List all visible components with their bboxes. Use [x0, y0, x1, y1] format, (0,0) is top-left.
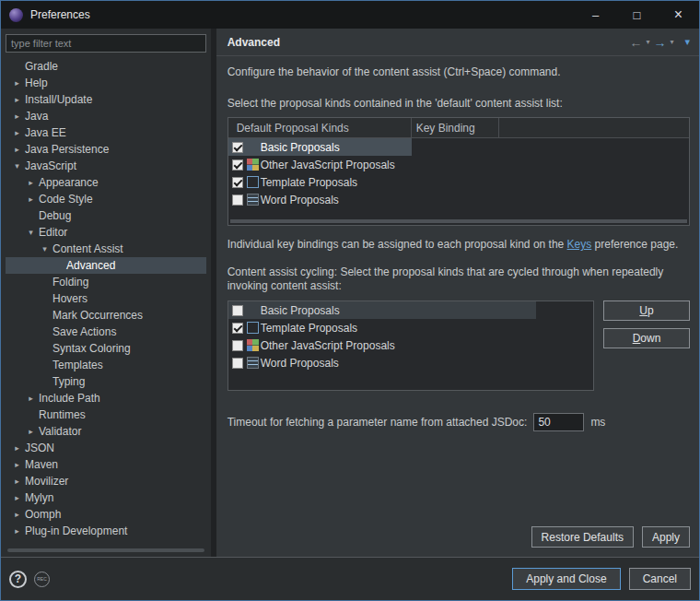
- collapsed-chevron-icon[interactable]: ▸: [11, 145, 23, 154]
- back-icon[interactable]: ←: [629, 36, 642, 49]
- tree-item-movilizer[interactable]: ▸Movilizer: [6, 473, 206, 489]
- window-controls: – □ ×: [575, 1, 699, 29]
- tree-item-gradle[interactable]: Gradle: [6, 58, 206, 75]
- tree-item-install-update[interactable]: ▸Install/Update: [6, 91, 206, 108]
- proposal-row-template-proposals[interactable]: Template Proposals: [228, 173, 689, 191]
- tree-item-label: Maven: [23, 458, 58, 471]
- collapsed-chevron-icon[interactable]: ▸: [11, 526, 23, 536]
- proposal-row-basic-proposals[interactable]: Basic Proposals: [228, 138, 689, 156]
- tree-item-runtimes[interactable]: Runtimes: [6, 407, 206, 423]
- column-header-key-binding[interactable]: Key Binding: [411, 122, 475, 135]
- column-header-proposal-kinds[interactable]: Default Proposal Kinds: [228, 122, 411, 135]
- default-proposals-table: Default Proposal Kinds Key Binding Basic…: [228, 117, 690, 226]
- checkbox-checked[interactable]: [232, 177, 243, 188]
- tree-item-typing[interactable]: Typing: [6, 373, 206, 390]
- default-proposals-table-header: Default Proposal Kinds Key Binding: [228, 118, 689, 138]
- preference-tree: Gradle▸Help▸Install/Update▸Java▸Java EE▸…: [6, 58, 206, 539]
- checkbox-checked[interactable]: [232, 323, 243, 334]
- checkbox-unchecked[interactable]: [232, 358, 243, 369]
- tree-item-hovers[interactable]: Hovers: [6, 290, 206, 307]
- timeout-label: Timeout for fetching a parameter name fr…: [228, 416, 528, 429]
- collapsed-chevron-icon[interactable]: ▸: [11, 443, 23, 453]
- close-button[interactable]: ×: [658, 1, 699, 29]
- checkbox-unchecked[interactable]: [232, 194, 243, 206]
- tree-item-java-persistence[interactable]: ▸Java Persistence: [6, 141, 206, 158]
- proposal-row-word-proposals[interactable]: Word Proposals: [228, 191, 689, 208]
- checkbox-unchecked[interactable]: [232, 305, 243, 316]
- tree-item-folding[interactable]: Folding: [6, 274, 206, 290]
- tree-item-debug[interactable]: Debug: [6, 207, 206, 224]
- down-button-label: Down: [613, 332, 680, 345]
- help-icon[interactable]: ?: [9, 571, 27, 588]
- collapsed-chevron-icon[interactable]: ▸: [25, 427, 37, 436]
- tree-item-appearance[interactable]: ▸Appearance: [6, 174, 206, 191]
- tree-item-java[interactable]: ▸Java: [6, 108, 206, 124]
- apply-and-close-button[interactable]: Apply and Close: [512, 568, 620, 590]
- tree-item-save-actions[interactable]: Save Actions: [6, 324, 206, 340]
- maximize-button[interactable]: □: [616, 1, 658, 29]
- proposal-row-template-proposals[interactable]: Template Proposals: [228, 319, 593, 336]
- tree-item-oomph[interactable]: ▸Oomph: [6, 506, 206, 523]
- checkbox-checked[interactable]: [232, 159, 243, 171]
- tree-item-maven[interactable]: ▸Maven: [6, 456, 206, 473]
- collapsed-chevron-icon[interactable]: ▸: [11, 510, 23, 519]
- table-horizontal-scrollbar[interactable]: [230, 219, 687, 223]
- restore-defaults-button[interactable]: Restore Defaults: [531, 526, 634, 548]
- checkbox-unchecked[interactable]: [232, 340, 243, 351]
- tree-item-syntax-coloring[interactable]: Syntax Coloring: [6, 340, 206, 357]
- filter-input[interactable]: [6, 34, 206, 53]
- column-separator[interactable]: [411, 118, 412, 137]
- collapsed-chevron-icon[interactable]: ▸: [11, 112, 23, 121]
- tree-item-label: Plug-in Development: [23, 524, 127, 537]
- tree-item-java-ee[interactable]: ▸Java EE: [6, 124, 206, 141]
- proposal-row-other-javascript-proposals[interactable]: Other JavaScript Proposals: [228, 336, 593, 354]
- timeout-input[interactable]: [533, 413, 584, 431]
- collapsed-chevron-icon[interactable]: ▸: [25, 178, 37, 187]
- forward-caret-icon[interactable]: ▾: [670, 39, 673, 46]
- expanded-chevron-icon[interactable]: ▾: [39, 244, 51, 253]
- tree-item-advanced[interactable]: Advanced: [6, 257, 206, 274]
- apply-button[interactable]: Apply: [642, 526, 690, 548]
- tree-item-code-style[interactable]: ▸Code Style: [6, 191, 206, 207]
- expanded-chevron-icon[interactable]: ▾: [11, 161, 23, 171]
- tree-item-plug-in-development[interactable]: ▸Plug-in Development: [6, 523, 206, 539]
- tree-item-help[interactable]: ▸Help: [6, 75, 206, 91]
- collapsed-chevron-icon[interactable]: ▸: [11, 493, 23, 502]
- collapsed-chevron-icon[interactable]: ▸: [11, 95, 23, 104]
- tree-item-mylyn[interactable]: ▸Mylyn: [6, 489, 206, 506]
- tree-item-mark-occurrences[interactable]: Mark Occurrences: [6, 307, 206, 324]
- tree-item-json[interactable]: ▸JSON: [6, 440, 206, 456]
- tree-item-templates[interactable]: Templates: [6, 357, 206, 373]
- tree-item-content-assist[interactable]: ▾Content Assist: [6, 241, 206, 257]
- template-proposal-icon: [247, 176, 259, 188]
- back-caret-icon[interactable]: ▾: [646, 39, 649, 46]
- proposal-row-basic-proposals[interactable]: Basic Proposals: [228, 301, 593, 319]
- minimize-button[interactable]: –: [575, 1, 616, 29]
- forward-icon[interactable]: →: [653, 36, 666, 49]
- tree-item-label: Help: [23, 77, 48, 89]
- collapsed-chevron-icon[interactable]: ▸: [11, 477, 23, 486]
- collapsed-chevron-icon[interactable]: ▸: [11, 460, 23, 469]
- proposal-row-word-proposals[interactable]: Word Proposals: [228, 354, 593, 371]
- tree-item-editor[interactable]: ▾Editor: [6, 224, 206, 241]
- proposal-row-other-javascript-proposals[interactable]: Other JavaScript Proposals: [228, 156, 689, 173]
- tree-item-javascript[interactable]: ▾JavaScript: [6, 158, 206, 174]
- checkbox-checked[interactable]: [232, 142, 243, 153]
- proposal-row-inner: Word Proposals: [228, 191, 689, 208]
- keys-note: Individual key bindings can be assigned …: [228, 238, 690, 251]
- tree-horizontal-scrollbar[interactable]: [7, 548, 204, 552]
- up-button[interactable]: Up: [603, 300, 690, 321]
- keys-link[interactable]: Keys: [567, 238, 592, 251]
- collapsed-chevron-icon[interactable]: ▸: [25, 394, 37, 403]
- expanded-chevron-icon[interactable]: ▾: [25, 228, 37, 237]
- column-separator[interactable]: [498, 118, 499, 137]
- collapsed-chevron-icon[interactable]: ▸: [25, 194, 37, 204]
- collapsed-chevron-icon[interactable]: ▸: [11, 78, 23, 88]
- cancel-button[interactable]: Cancel: [629, 568, 691, 590]
- down-button[interactable]: Down: [603, 328, 690, 348]
- tree-item-validator[interactable]: ▸Validator: [6, 423, 206, 440]
- collapsed-chevron-icon[interactable]: ▸: [11, 128, 23, 137]
- rec-icon[interactable]: REC: [34, 572, 50, 587]
- tree-item-include-path[interactable]: ▸Include Path: [6, 390, 206, 407]
- view-menu-icon[interactable]: ▾: [684, 37, 690, 47]
